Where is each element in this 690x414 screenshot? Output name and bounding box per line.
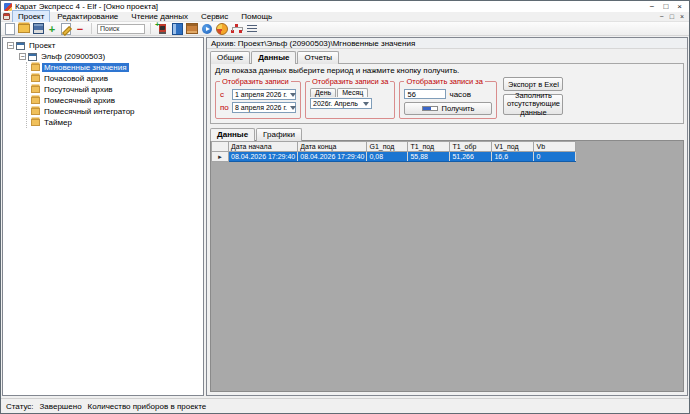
close-button[interactable]: ×	[677, 3, 682, 11]
reports-icon[interactable]	[171, 23, 183, 35]
view-tabs: ДанныеГрафики	[207, 126, 687, 140]
cell: 55,88	[408, 152, 450, 162]
fill-missing-data-button[interactable]: Заполнить отсутствующие данные	[503, 94, 563, 115]
toolbar-separator	[91, 23, 92, 34]
date-from-select[interactable]: 1 апреля 2026 г.	[232, 89, 296, 100]
toolbar-file-group	[4, 23, 86, 35]
tree-item[interactable]: Помесячный интегратор	[27, 106, 202, 117]
tree-item[interactable]: Таймер	[27, 117, 202, 128]
read-data-icon[interactable]	[201, 23, 213, 35]
network-tree-icon[interactable]	[231, 23, 243, 35]
tree-item[interactable]: Помесячный архив	[27, 95, 202, 106]
table-row[interactable]: ►08.04.2026 17:29:4008.04.2026 17:29:400…	[212, 152, 576, 162]
folder-icon	[31, 64, 40, 71]
fill-missing-data-label: Заполнить отсутствующие данные	[505, 92, 561, 118]
tree-item-device[interactable]: − Эльф (20900503)	[4, 51, 202, 62]
hours-input[interactable]	[404, 89, 446, 99]
folder-icon	[31, 97, 40, 104]
toolbar	[1, 22, 689, 36]
period-mode-tab[interactable]: Месяц	[337, 88, 368, 97]
day-month-tabs: ДеньМесяц	[310, 88, 390, 96]
hours-label: часов	[449, 90, 470, 99]
view-tab[interactable]: Данные	[210, 128, 255, 141]
project-tree: − Проект − Эльф (20900503) Мгновенные зн…	[2, 37, 204, 396]
month-select[interactable]: 2026г. Апрель	[310, 98, 372, 109]
project-window-icon	[3, 13, 10, 20]
child-close-button[interactable]: ×	[680, 13, 684, 20]
data-grid[interactable]: Дата началаДата концаG1_подT1_подT1_обрV…	[210, 140, 684, 392]
child-restore-button[interactable]: □	[670, 13, 674, 20]
period-group: Отобразить записи с 1 апреля 2026 г. по	[215, 77, 301, 119]
day-month-group-title: Отобразить записи за	[310, 77, 390, 86]
add-device-icon[interactable]	[156, 23, 168, 35]
tree-item-label: Мгновенные значения	[42, 63, 129, 72]
get-data-button-label: Получить	[441, 104, 474, 113]
edit-item-icon[interactable]	[60, 23, 72, 35]
column-header[interactable]: Vb	[534, 142, 576, 152]
column-header[interactable]: V1_под	[492, 142, 534, 152]
device-icon	[28, 53, 37, 61]
folder-icon	[31, 108, 40, 115]
folder-icon	[31, 75, 40, 82]
folder-icon	[31, 119, 40, 126]
pie-chart-icon[interactable]	[216, 23, 228, 35]
tree-item[interactable]: Мгновенные значения	[27, 62, 202, 73]
export-excel-button[interactable]: Экспорт в Exel	[503, 77, 563, 91]
child-minimize-button[interactable]: −	[660, 13, 664, 20]
cell: 08.04.2026 17:29:40	[298, 152, 367, 162]
get-data-button[interactable]: Получить	[404, 102, 492, 115]
open-project-icon[interactable]	[18, 23, 30, 35]
minimize-button[interactable]: −	[650, 3, 655, 11]
tree-item-label: Помесячный интегратор	[42, 107, 137, 116]
remove-item-icon[interactable]	[74, 23, 86, 35]
cell: 0,08	[367, 152, 408, 162]
add-item-icon[interactable]	[46, 23, 58, 35]
tree-item-label: Проект	[27, 41, 57, 50]
maximize-button[interactable]: □	[663, 3, 668, 11]
tree-item-label: Почасовой архив	[42, 74, 110, 83]
cell: 16,6	[492, 152, 534, 162]
column-header[interactable]: Дата начала	[229, 142, 298, 152]
instruction-text: Для показа данных выберите период и нажм…	[215, 66, 679, 75]
new-document-icon[interactable]	[4, 23, 16, 35]
archive-tabs: ОбщиеДанныеОтчеты	[207, 49, 687, 63]
archive-tab[interactable]: Отчеты	[297, 51, 339, 64]
collapse-icon[interactable]: −	[7, 42, 14, 49]
project-icon	[16, 42, 25, 50]
day-month-group: Отобразить записи за ДеньМесяц 2026г. Ап…	[305, 77, 395, 119]
archive-tab[interactable]: Общие	[210, 51, 250, 64]
toolbar-device-group	[156, 23, 258, 35]
tree-item[interactable]: Посуточный архив	[27, 84, 202, 95]
view-tab[interactable]: Графики	[256, 128, 302, 141]
archive-icon[interactable]	[186, 23, 198, 35]
column-header[interactable]: T1_обр	[450, 142, 492, 152]
data-list-icon[interactable]	[246, 23, 258, 35]
tree-item-label: Помесячный архив	[42, 96, 117, 105]
status-info: Количество приборов в проекте	[88, 402, 207, 411]
cell: 0	[534, 152, 576, 162]
status-label: Статус:	[6, 402, 34, 411]
period-mode-tab[interactable]: День	[310, 88, 336, 97]
tree-item-label: Эльф (20900503)	[39, 52, 107, 61]
hours-group: Отобразить записи за часов Получить	[399, 77, 497, 119]
archive-path-header: Архив: Проект\Эльф (20900503)\Мгновенные…	[207, 38, 687, 49]
progress-bar-icon	[422, 106, 438, 111]
tree-item-project[interactable]: − Проект	[4, 40, 202, 51]
main-area: − Проект − Эльф (20900503) Мгновенные зн…	[1, 36, 689, 398]
search-input[interactable]	[97, 24, 145, 34]
chevron-down-icon	[363, 102, 369, 106]
column-header[interactable]: T1_под	[408, 142, 450, 152]
date-to-select[interactable]: 8 апреля 2026 г.	[232, 102, 296, 113]
row-selector: ►	[212, 152, 229, 162]
cell: 51,266	[450, 152, 492, 162]
tree-item[interactable]: Почасовой архив	[27, 73, 202, 84]
column-header[interactable]: G1_под	[367, 142, 408, 152]
month-value: 2026г. Апрель	[313, 100, 358, 107]
collapse-icon[interactable]: −	[19, 53, 26, 60]
to-label: по	[220, 103, 229, 112]
export-excel-label: Экспорт в Exel	[508, 80, 559, 89]
date-from-value: 1 апреля 2026 г.	[235, 91, 287, 98]
archive-tab[interactable]: Данные	[251, 51, 296, 64]
column-header[interactable]: Дата конца	[298, 142, 367, 152]
save-project-icon[interactable]	[32, 23, 44, 35]
